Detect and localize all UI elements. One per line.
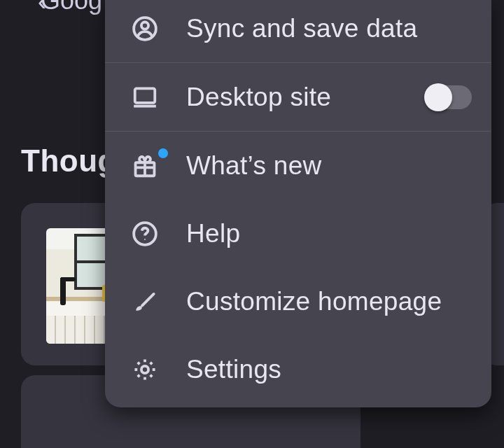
menu-item-label: Settings <box>186 355 472 384</box>
desktop-site-toggle[interactable] <box>426 85 472 109</box>
svg-point-1 <box>141 22 148 29</box>
notification-dot-icon <box>158 148 168 158</box>
help-icon <box>127 220 162 247</box>
overflow-menu: Sync and save data Desktop site What’s n… <box>105 0 491 407</box>
desktop-icon <box>127 84 162 111</box>
account-circle-icon <box>127 15 162 42</box>
brush-icon <box>127 288 162 315</box>
menu-item-whats-new[interactable]: What’s new <box>105 132 491 200</box>
menu-item-desktop-site[interactable]: Desktop site <box>105 63 491 131</box>
menu-item-settings[interactable]: Settings <box>105 335 491 403</box>
section-title: Thoug <box>21 144 117 178</box>
svg-point-5 <box>144 238 146 239</box>
gear-icon <box>127 356 162 383</box>
menu-item-sync[interactable]: Sync and save data <box>105 0 491 62</box>
menu-item-help[interactable]: Help <box>105 200 491 267</box>
menu-item-label: Desktop site <box>186 83 426 112</box>
menu-item-label: Sync and save data <box>186 14 472 43</box>
address-bar-fragment: Goog <box>41 0 102 15</box>
menu-item-label: What’s new <box>186 151 472 181</box>
svg-point-6 <box>141 365 148 372</box>
menu-item-label: Help <box>186 219 472 248</box>
svg-rect-2 <box>135 88 155 103</box>
menu-item-label: Customize homepage <box>186 287 472 316</box>
gift-icon <box>127 153 162 179</box>
menu-item-customize-homepage[interactable]: Customize homepage <box>105 267 491 335</box>
